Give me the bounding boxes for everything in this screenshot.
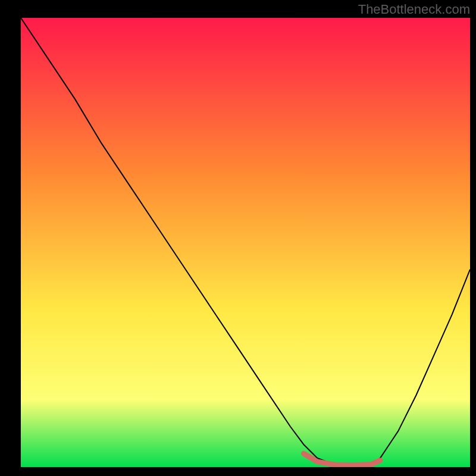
bottleneck-chart bbox=[21, 18, 470, 467]
gradient-background bbox=[21, 18, 470, 467]
chart-canvas bbox=[21, 18, 470, 467]
watermark-text: TheBottleneck.com bbox=[358, 2, 470, 17]
